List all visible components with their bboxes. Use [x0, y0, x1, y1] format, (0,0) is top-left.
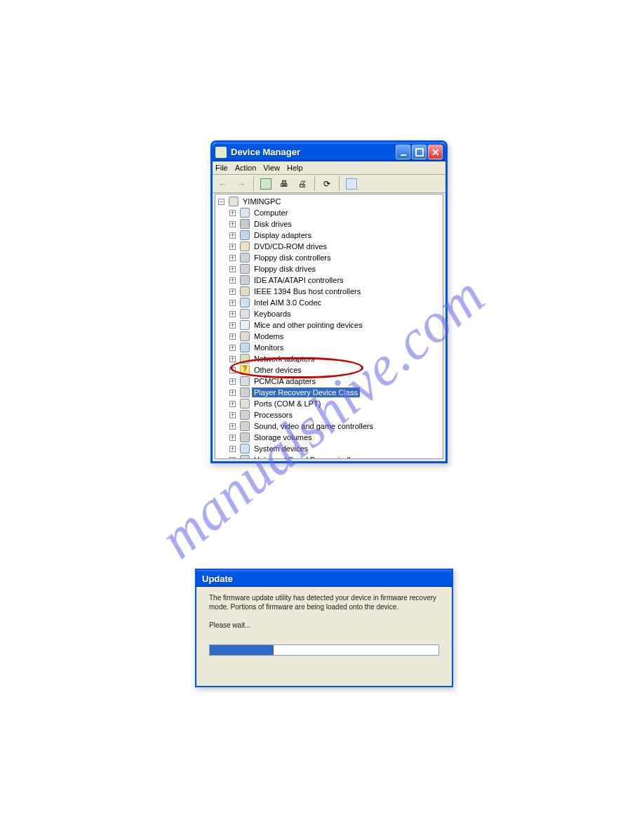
- expand-icon[interactable]: +: [229, 423, 236, 430]
- expand-icon[interactable]: +: [229, 266, 236, 272]
- disk-icon: [240, 219, 250, 229]
- window-icon: [215, 147, 227, 158]
- update-titlebar[interactable]: Update: [196, 570, 452, 587]
- expand-icon[interactable]: +: [229, 412, 236, 418]
- scan-hardware-button[interactable]: [344, 176, 359, 192]
- cd-icon: [240, 241, 250, 251]
- node-label: Storage volumes: [252, 432, 314, 442]
- expand-icon[interactable]: +: [229, 255, 236, 261]
- nav-back-button[interactable]: ←: [215, 176, 231, 192]
- nav-forward-button[interactable]: →: [234, 176, 249, 192]
- expand-icon[interactable]: +: [229, 232, 236, 239]
- expand-icon[interactable]: +: [229, 401, 236, 407]
- menu-file[interactable]: File: [215, 164, 228, 172]
- system-icon: [240, 444, 250, 454]
- progress-fill: [210, 645, 274, 655]
- tree-node-dvd-cd-rom-drives[interactable]: +DVD/CD-ROM drives: [217, 241, 443, 252]
- node-label: Mice and other pointing devices: [252, 320, 365, 330]
- menu-action[interactable]: Action: [235, 164, 257, 172]
- floppy-icon: [240, 253, 250, 263]
- tree-node-display-adapters[interactable]: +Display adapters: [217, 230, 443, 241]
- expand-icon[interactable]: +: [229, 300, 236, 306]
- minimize-button[interactable]: [396, 145, 410, 159]
- tree-node-floppy-disk-controllers[interactable]: +Floppy disk controllers: [217, 252, 443, 263]
- tree-node-processors[interactable]: +Processors: [217, 409, 443, 421]
- expand-icon[interactable]: +: [229, 378, 236, 385]
- close-button[interactable]: [428, 145, 443, 159]
- pcmcia-icon: [240, 376, 250, 386]
- tree-node-sound-video-and-game-controllers[interactable]: +Sound, video and game controllers: [217, 421, 443, 432]
- properties-button[interactable]: [258, 176, 274, 192]
- window-title: Device Manager: [231, 147, 396, 157]
- expand-icon[interactable]: +: [229, 446, 236, 452]
- node-label: Computer: [252, 208, 290, 218]
- tree-node-pcmcia-adapters[interactable]: +PCMCIA adapters: [217, 376, 443, 387]
- tree-node-universal-serial-bus-controllers[interactable]: +Universal Serial Bus controllers: [217, 454, 443, 459]
- collapse-icon[interactable]: −: [218, 199, 224, 205]
- expand-icon[interactable]: +: [229, 311, 236, 317]
- tree-node-intel-aim-3-0-codec[interactable]: +Intel AIM 3.0 Codec: [217, 297, 443, 308]
- expand-icon[interactable]: +: [229, 289, 236, 295]
- expand-icon[interactable]: +: [229, 322, 236, 329]
- expand-icon[interactable]: +: [229, 210, 236, 216]
- device-tree[interactable]: − YIMINGPC +Computer+Disk drives+Display…: [215, 194, 443, 459]
- menubar: File Action View Help: [213, 161, 445, 175]
- tree-node-system-devices[interactable]: +System devices: [217, 443, 443, 454]
- print-preview-button[interactable]: 🖨: [295, 176, 310, 192]
- other-icon: [240, 365, 250, 375]
- node-label: IDE ATA/ATAPI controllers: [252, 275, 346, 285]
- print-button[interactable]: 🖶: [276, 176, 292, 192]
- progress-bar: [209, 644, 439, 656]
- tree-node-ports-com-lpt[interactable]: +Ports (COM & LPT): [217, 398, 443, 409]
- expand-icon[interactable]: +: [229, 390, 236, 396]
- tree-node-disk-drives[interactable]: +Disk drives: [217, 218, 443, 230]
- tree-node-computer[interactable]: +Computer: [217, 207, 443, 218]
- tree-node-storage-volumes[interactable]: +Storage volumes: [217, 432, 443, 443]
- tree-node-mice-and-other-pointing-devices[interactable]: +Mice and other pointing devices: [217, 319, 443, 331]
- computer-icon: [240, 208, 250, 218]
- node-label: Floppy disk controllers: [252, 253, 333, 263]
- usb-icon: [240, 455, 250, 459]
- maximize-button[interactable]: [412, 145, 427, 159]
- tree-node-keyboards[interactable]: +Keyboards: [217, 308, 443, 319]
- node-label: PCMCIA adapters: [252, 376, 318, 386]
- tree-node-network-adapters[interactable]: +Network adapters: [217, 353, 443, 364]
- tree-node-monitors[interactable]: +Monitors: [217, 342, 443, 353]
- menu-view[interactable]: View: [263, 164, 280, 172]
- node-label: Universal Serial Bus controllers: [252, 455, 363, 459]
- titlebar[interactable]: Device Manager: [213, 143, 445, 161]
- expand-icon[interactable]: +: [229, 356, 236, 362]
- node-label: DVD/CD-ROM drives: [252, 241, 329, 251]
- toolbar: ← → 🖶 🖨 ⟳: [213, 175, 445, 193]
- menu-help[interactable]: Help: [287, 164, 303, 172]
- expand-icon[interactable]: +: [229, 221, 236, 227]
- update-message: The firmware update utility has detected…: [209, 594, 439, 611]
- expand-icon[interactable]: +: [229, 244, 236, 250]
- codec-icon: [240, 298, 250, 307]
- toolbar-separator: [253, 177, 254, 191]
- tree-node-other-devices[interactable]: +Other devices: [217, 364, 443, 376]
- root-label: YIMINGPC: [241, 197, 283, 206]
- tree-node-floppy-disk-drives[interactable]: +Floppy disk drives: [217, 263, 443, 274]
- tree-node-ide-ata-atapi-controllers[interactable]: +IDE ATA/ATAPI controllers: [217, 274, 443, 286]
- tree-node-ieee-1394-bus-host-controllers[interactable]: +IEEE 1394 Bus host controllers: [217, 286, 443, 297]
- tree-node-player-recovery-device-class[interactable]: +Player Recovery Device Class: [217, 387, 443, 398]
- expand-icon[interactable]: +: [229, 277, 236, 284]
- refresh-button[interactable]: ⟳: [319, 176, 335, 192]
- node-label: System devices: [252, 444, 310, 454]
- storage-icon: [240, 432, 250, 442]
- expand-icon[interactable]: +: [229, 367, 236, 373]
- player-icon: [240, 388, 250, 397]
- tree-node-modems[interactable]: +Modems: [217, 331, 443, 342]
- toolbar-separator: [314, 177, 315, 191]
- expand-icon[interactable]: +: [229, 333, 236, 340]
- node-label: Modems: [252, 331, 286, 341]
- node-label: Disk drives: [252, 219, 294, 229]
- expand-icon[interactable]: +: [229, 457, 236, 460]
- node-label: Monitors: [252, 343, 286, 352]
- expand-icon[interactable]: +: [229, 435, 236, 441]
- ide-icon: [240, 275, 250, 285]
- node-label: Keyboards: [252, 309, 293, 319]
- tree-root-node[interactable]: − YIMINGPC: [217, 196, 443, 207]
- expand-icon[interactable]: +: [229, 345, 236, 351]
